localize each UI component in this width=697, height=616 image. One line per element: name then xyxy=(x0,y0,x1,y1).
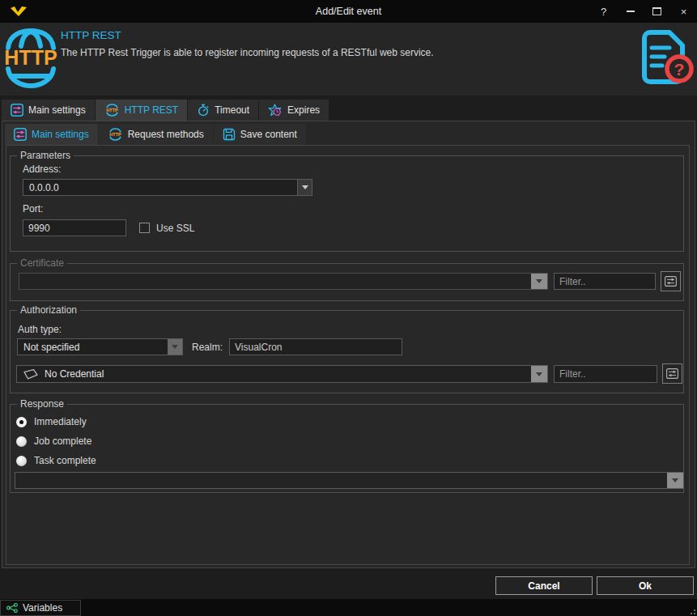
title-bar[interactable]: Add/Edit event ? × xyxy=(0,0,697,23)
credential-filter-input[interactable] xyxy=(554,365,657,383)
chevron-down-icon[interactable] xyxy=(531,366,547,382)
chevron-down-icon xyxy=(531,274,547,289)
subtab-label: Main settings xyxy=(32,129,89,140)
sliders-icon xyxy=(14,128,27,141)
auth-type-dropdown[interactable]: Not specified xyxy=(17,338,183,355)
document-help-icon: ? xyxy=(635,28,694,85)
realm-input[interactable] xyxy=(229,338,402,355)
tab-label: Timeout xyxy=(215,104,249,116)
subtab-save-content[interactable]: Save content xyxy=(214,124,306,145)
chevron-down-icon[interactable] xyxy=(297,180,312,195)
sub-tabstrip: Main settings HTTP Request methods Save … xyxy=(5,124,307,145)
chevron-down-icon[interactable] xyxy=(168,339,182,355)
authorization-legend: Authorization xyxy=(17,304,80,316)
tab-timeout[interactable]: Timeout xyxy=(188,100,258,121)
credential-tag-icon xyxy=(23,368,39,380)
status-bar: Variables xyxy=(0,599,697,616)
trigger-description: The HTTP Rest Trigger is able to registe… xyxy=(61,47,434,58)
maximize-button[interactable] xyxy=(644,0,670,23)
variables-panel-toggle[interactable]: Variables xyxy=(0,600,81,616)
window-controls: ? × xyxy=(590,0,697,23)
sliders-icon xyxy=(665,276,677,287)
minimize-button[interactable] xyxy=(617,0,644,23)
certificate-filter-input[interactable] xyxy=(554,273,656,290)
cancel-button[interactable]: Cancel xyxy=(495,576,593,595)
sliders-icon xyxy=(666,368,678,379)
variables-label: Variables xyxy=(23,602,62,614)
radio-unselected-icon xyxy=(16,456,27,466)
star-clock-icon xyxy=(268,104,283,117)
close-button[interactable]: × xyxy=(670,0,697,23)
http-logo-text: HTTP xyxy=(4,46,57,69)
subtab-label: Request methods xyxy=(128,129,204,140)
svg-text:HTTP: HTTP xyxy=(109,132,121,137)
address-value: 0.0.0.0 xyxy=(29,182,59,193)
maximize-icon xyxy=(652,7,661,15)
trigger-header: HTTP HTTP REST The HTTP Rest Trigger is … xyxy=(0,23,697,96)
sliders-icon xyxy=(11,104,23,117)
credential-value: No Credential xyxy=(45,368,104,380)
resize-grip[interactable] xyxy=(688,607,695,614)
radio-immediately[interactable]: Immediately xyxy=(16,416,87,427)
help-button[interactable]: ? xyxy=(590,0,617,23)
use-ssl-checkbox[interactable] xyxy=(139,223,150,233)
parameters-group: Parameters xyxy=(10,155,684,252)
response-legend: Response xyxy=(17,398,67,410)
svg-text:HTTP: HTTP xyxy=(106,108,118,113)
credential-manage-button[interactable] xyxy=(662,363,682,384)
auth-type-value: Not specified xyxy=(23,342,79,353)
auth-type-label: Auth type: xyxy=(18,324,62,335)
subtab-request-methods[interactable]: HTTP Request methods xyxy=(99,124,213,145)
tab-expires[interactable]: Expires xyxy=(259,100,329,121)
subtab-label: Save content xyxy=(240,129,297,140)
port-label: Port: xyxy=(23,203,43,215)
tab-label: HTTP REST xyxy=(125,104,178,116)
certificate-manage-button[interactable] xyxy=(661,271,681,291)
chevron-down-icon[interactable] xyxy=(667,473,683,488)
http-globe-icon: HTTP xyxy=(108,128,123,141)
svg-text:?: ? xyxy=(674,60,685,79)
address-dropdown[interactable]: 0.0.0.0 xyxy=(23,179,312,196)
certificate-legend: Certificate xyxy=(17,257,67,270)
radio-label: Job complete xyxy=(34,435,91,447)
realm-label: Realm: xyxy=(192,342,223,353)
http-globe-icon: HTTP xyxy=(104,104,120,117)
certificate-dropdown xyxy=(19,273,548,290)
stopwatch-icon xyxy=(197,104,210,117)
use-ssl-label: Use SSL xyxy=(156,223,194,234)
main-tabstrip: Main settings HTTP HTTP REST Timeout xyxy=(2,100,329,121)
tab-main-settings[interactable]: Main settings xyxy=(2,100,95,121)
radio-task-complete[interactable]: Task complete xyxy=(16,455,96,466)
tab-http-rest[interactable]: HTTP HTTP REST xyxy=(96,100,187,121)
add-edit-event-dialog: Add/Edit event ? × HTTP HTTP REST The HT… xyxy=(0,0,697,616)
radio-job-complete[interactable]: Job complete xyxy=(16,435,91,447)
port-input[interactable] xyxy=(23,219,126,236)
response-dropdown[interactable] xyxy=(15,472,684,489)
radio-selected-icon xyxy=(16,417,27,427)
ok-button[interactable]: Ok xyxy=(597,576,694,595)
http-globe-logo-icon: HTTP xyxy=(2,27,59,90)
tab-label: Main settings xyxy=(28,104,86,116)
credential-dropdown[interactable]: No Credential xyxy=(16,365,548,383)
trigger-title: HTTP REST xyxy=(61,29,121,41)
subtab-main-settings[interactable]: Main settings xyxy=(5,124,98,145)
radio-label: Task complete xyxy=(34,455,96,466)
minimize-icon xyxy=(627,11,635,12)
save-icon xyxy=(223,128,236,141)
variables-icon xyxy=(6,603,18,613)
parameters-legend: Parameters xyxy=(17,150,74,162)
radio-label: Immediately xyxy=(34,416,87,427)
address-label: Address: xyxy=(23,164,61,175)
radio-unselected-icon xyxy=(16,436,27,447)
tab-label: Expires xyxy=(287,104,320,116)
